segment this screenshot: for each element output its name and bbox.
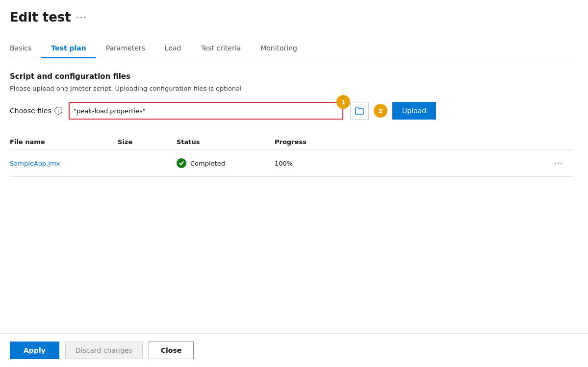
choose-files-row: Choose files i 1 2 Upload [10,102,573,120]
file-status-text: Completed [190,160,225,167]
files-table: File name Size Status Progress SampleApp… [10,134,573,177]
close-button[interactable]: Close [149,342,194,359]
tab-test-criteria[interactable]: Test criteria [191,39,251,58]
apply-button[interactable]: Apply [10,342,59,359]
more-options-button[interactable]: ··· [76,12,87,23]
upload-wrapper: 2 Upload [374,102,436,120]
status-check-icon [177,158,186,168]
table-row: SampleApp.jmx Completed [10,150,573,177]
row-more-options-button[interactable]: ··· [550,157,567,170]
tab-load[interactable]: Load [155,39,191,58]
browse-folder-button[interactable] [350,102,369,120]
discard-button[interactable]: Discard changes [65,342,143,359]
tab-basics[interactable]: Basics [10,39,41,58]
file-progress: 100% [275,150,333,177]
file-size [118,150,177,177]
badge-1: 1 [336,95,350,109]
col-header-size: Size [118,134,177,150]
choose-files-label: Choose files i [10,107,64,115]
script-section: Script and configuration files Please up… [10,72,573,177]
footer: Apply Discard changes Close [0,333,588,367]
col-header-progress: Progress [275,134,333,150]
file-link[interactable]: SampleApp.jmx [10,160,60,167]
col-header-status: Status [177,134,275,150]
tab-test-plan[interactable]: Test plan [41,39,96,58]
tab-parameters[interactable]: Parameters [96,39,155,58]
badge-2: 2 [374,104,387,118]
section-title: Script and configuration files [10,72,573,81]
file-status-cell: Completed [177,158,269,168]
col-header-actions [333,134,573,150]
section-subtitle: Please upload one Jmeter script. Uploadi… [10,85,573,92]
col-header-filename: File name [10,134,118,150]
page-title: Edit test [10,10,71,24]
file-path-input[interactable] [69,102,343,120]
tab-monitoring[interactable]: Monitoring [251,39,307,58]
info-icon[interactable]: i [54,107,62,115]
upload-button[interactable]: Upload [392,102,436,120]
tabs-nav: Basics Test plan Parameters Load Test cr… [10,39,573,58]
